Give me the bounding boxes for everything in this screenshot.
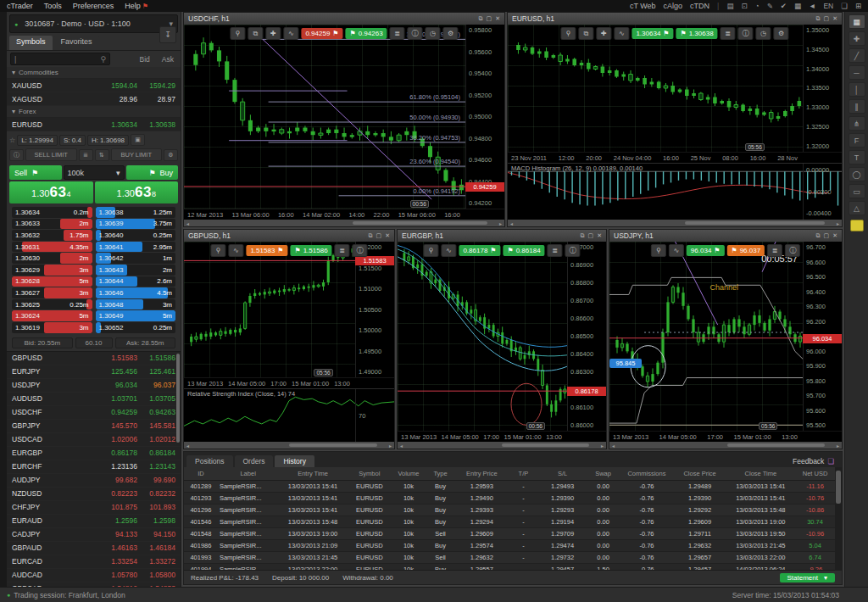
chart-tool-button[interactable]: ∿ [669,244,684,257]
watchlist-row[interactable]: EURCHF 1.23136 1.23143 [7,460,181,474]
feedback-link[interactable]: Feedback ❏ [787,457,839,467]
price-pane[interactable]: Channel 95.845 05:56 [609,242,803,431]
depth-icon[interactable]: ▣ [131,134,145,146]
drawing-tool-button[interactable]: ∥ [849,99,865,114]
buy-quote-badge[interactable]: ⚑1.30638 [676,28,718,39]
watchlist-row[interactable]: USDCHF 0.94259 0.94263 [7,406,181,420]
window-button[interactable]: ✕ [832,15,837,22]
window-button[interactable]: ✕ [597,232,602,239]
drawing-tool-button[interactable]: ─ [849,65,865,80]
buy-cap[interactable]: ⚑ Buy [126,165,179,180]
watchlist-row[interactable]: CHFJPY 101.875 101.893 [7,501,181,515]
symbol-row[interactable]: EURUSD 1.30634 1.30638 [7,118,181,131]
buy-quote-badge[interactable]: ⚑96.037 [727,245,765,256]
dom-ask-row[interactable]: 1.30644 2.6m [96,276,176,287]
statement-button[interactable]: Statement ▾ [780,573,835,582]
drawing-tool-button[interactable]: ◯ [849,167,865,181]
menubar-icon[interactable]: ◄ [809,2,815,10]
drawing-tool-button[interactable]: ▦ [849,14,865,29]
menubar-icon[interactable]: ⊡ [741,2,747,10]
chart-tool-button[interactable]: ◷ [426,27,441,40]
sell-quote-badge[interactable]: 0.86178⚑ [459,245,500,256]
drawing-tool-button[interactable]: △ [849,201,865,215]
dom-ask-row[interactable]: 1.30643 2m [96,265,176,276]
rsi-pane[interactable]: Relative Strength Index (Close, 14) 74 7… [184,388,394,442]
watchlist-row[interactable]: AUDUSD 1.03701 1.03705 [7,393,181,406]
chart-hscrollbar[interactable]: ◂▸ [609,442,842,449]
column-header[interactable]: Type [426,470,455,477]
dom-ask-row[interactable]: 1.30649 5m [96,310,176,321]
account-selector[interactable]: ● 3010687 · Demo · USD · 1:100 ▾ [9,14,178,33]
drawing-tool-button[interactable]: ╱ [849,48,865,63]
list-icon[interactable]: ≣ [79,149,93,161]
watchlist-row[interactable]: EURCAD 1.33254 1.33272 [7,555,181,569]
watchlist-row[interactable]: AUDJPY 99.682 99.690 [7,474,181,488]
dom-ask-row[interactable]: 1.30646 4.5m [96,287,176,298]
dom-bid-row[interactable]: 1.30630 2m [12,253,92,264]
window-button[interactable]: ▢ [376,232,382,239]
menu-item[interactable]: Preferences [73,2,114,10]
window-button[interactable]: ▢ [824,15,830,22]
dom-ask-row[interactable]: 1.30641 2.95m [96,242,176,253]
chart-titlebar[interactable]: USDJPY, h1 ⧉▢✕ [609,230,842,242]
watchlist-row[interactable]: EURJPY 125.456 125.461 [7,365,181,379]
table-row[interactable]: 401296 SampleRSIR... 13/03/2013 15:41 EU… [184,504,835,516]
watchlist-row[interactable]: EURAUD 1.2596 1.2598 [7,515,181,528]
price-pane[interactable]: 05:56 [508,25,803,152]
window-button[interactable]: ⧉ [816,232,821,239]
watchlist-row[interactable]: GBPJPY 145.570 145.581 [7,420,181,433]
column-header[interactable]: Label [218,470,278,477]
chart-tool-button[interactable]: ✚ [596,27,611,40]
chart-tool-button[interactable]: ◷ [756,27,771,40]
search-input[interactable]: |⚲ [10,53,110,65]
color-swatch[interactable] [850,220,864,231]
time-axis[interactable]: 13 Mar 201314 Mar 05:0017:0015 Mar 01:00… [398,431,606,442]
menu-item[interactable]: Tools [44,2,62,10]
watchlist-row[interactable]: NZDUSD 0.82223 0.82232 [7,488,181,501]
symbol-row[interactable]: XAUUSD 1594.04 1594.29 [7,79,181,92]
dom-bid-row[interactable]: 1.30634 0.2m [12,207,92,218]
chart-titlebar[interactable]: EURUSD, h1 ⧉▢✕ [508,13,842,25]
table-row[interactable]: 401993 SampleRSIR... 13/03/2013 21:45 EU… [184,552,835,564]
chart-tool-button[interactable]: ∿ [441,244,456,257]
volume-select[interactable]: 100k ▾ [64,165,125,180]
window-button[interactable]: ✕ [385,232,390,239]
column-header[interactable]: Symbol [348,470,392,477]
window-button[interactable]: ⧉ [369,232,373,239]
column-header[interactable]: ID [184,470,218,477]
dom-ask-row[interactable]: 1.30638 1.25m [96,207,176,218]
sell-cap[interactable]: Sell ⚑ [9,165,62,180]
orders-tab[interactable]: Positions [186,455,233,467]
watchlist-row[interactable]: USDJPY 96.034 96.037 [7,379,181,393]
chart-tool-button[interactable]: ⓘ [353,244,368,257]
column-header[interactable]: Volume [392,470,426,477]
dom-bid-row[interactable]: 1.30631 4.35m [12,242,92,253]
column-header[interactable]: Entry Time [278,470,347,477]
menubar-icon[interactable]: ▦ [794,2,801,10]
dom-ask-row[interactable]: 1.30639 3.75m [96,219,176,230]
link-ctdn[interactable]: cTDN [690,2,709,10]
dom-bid-row[interactable]: 1.30619 3m [12,322,92,333]
dom-bid-row[interactable]: 1.30628 5m [12,276,92,287]
chart-tool-button[interactable]: ⧉ [248,27,263,40]
price-axis[interactable]: 0.870000.869000.868000.867000.866000.865… [567,242,606,431]
watchlist-scrollbar[interactable] [176,354,180,443]
buy-limit-button[interactable]: BUY LIMIT [111,148,163,161]
chart-hscrollbar[interactable]: ◂▸ [508,220,842,226]
orders-tab[interactable]: History [275,455,314,467]
drawing-tool-button[interactable]: T [849,150,865,164]
chart-tool-button[interactable]: ⚲ [230,27,245,40]
chart-tool-button[interactable]: ⓘ [738,27,754,40]
chart-tool-button[interactable]: ⚲ [651,244,666,257]
menubar-icon[interactable]: ✎ [767,2,773,10]
table-row[interactable]: 401546 SampleRSIR... 13/03/2013 15:48 EU… [184,516,835,528]
symbol-row[interactable]: XAGUSD 28.96 28.97 [7,92,181,106]
chart-tool-button[interactable]: ⚲ [560,27,576,40]
chart-tool-button[interactable]: ⚙ [443,27,459,40]
favorite-star-icon[interactable]: ☆ [9,137,15,144]
dom-bid-row[interactable]: 1.30629 3m [12,265,92,276]
sidebar-tab[interactable]: Favorites [54,36,99,50]
dom-bid-row[interactable]: 1.30632 1.75m [12,230,92,241]
dom-bid-row[interactable]: 1.30627 3m [12,287,92,298]
sell-price-button[interactable]: 1.30634 [9,181,93,203]
